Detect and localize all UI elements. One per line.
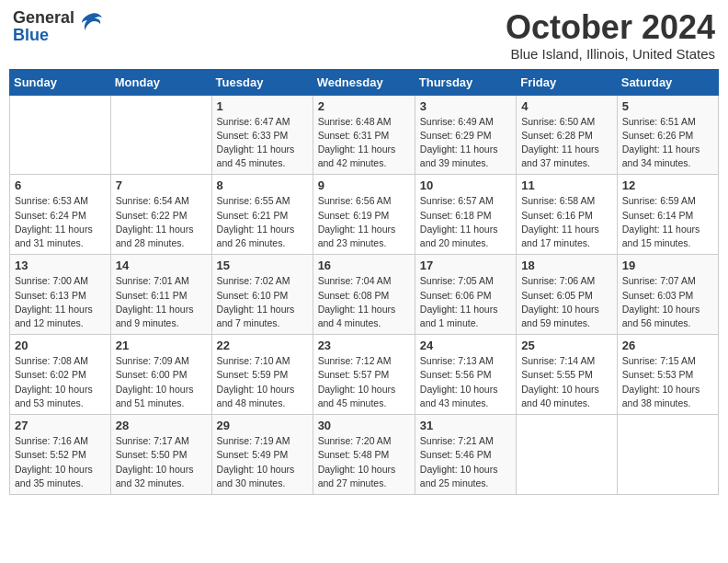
day-info: Sunrise: 6:53 AMSunset: 6:24 PMDaylight:… [15,194,106,250]
day-number: 3 [420,99,511,113]
logo-blue: Blue [13,26,49,44]
day-number: 12 [622,178,713,192]
calendar-cell: 3Sunrise: 6:49 AMSunset: 6:29 PMDaylight… [415,95,516,175]
calendar-cell: 19Sunrise: 7:07 AMSunset: 6:03 PMDayligh… [617,255,718,335]
calendar-cell: 13Sunrise: 7:00 AMSunset: 6:13 PMDayligh… [10,255,111,335]
day-info: Sunrise: 7:10 AMSunset: 5:59 PMDaylight:… [217,354,308,410]
calendar-cell: 11Sunrise: 6:58 AMSunset: 6:16 PMDayligh… [517,175,618,255]
day-info: Sunrise: 6:59 AMSunset: 6:14 PMDaylight:… [622,194,713,250]
logo-general: General [13,8,74,27]
day-number: 16 [318,259,410,272]
day-number: 17 [420,259,511,272]
calendar-cell: 16Sunrise: 7:04 AMSunset: 6:08 PMDayligh… [313,255,415,335]
calendar-cell: 18Sunrise: 7:06 AMSunset: 6:05 PMDayligh… [517,255,618,335]
calendar-cell: 27Sunrise: 7:16 AMSunset: 5:52 PMDayligh… [10,415,111,495]
day-info: Sunrise: 7:14 AMSunset: 5:55 PMDaylight:… [521,354,612,410]
day-info: Sunrise: 7:04 AMSunset: 6:08 PMDaylight:… [318,274,410,330]
day-number: 24 [420,339,511,352]
calendar-week-row: 20Sunrise: 7:08 AMSunset: 6:02 PMDayligh… [10,335,719,415]
day-info: Sunrise: 7:13 AMSunset: 5:56 PMDaylight:… [420,354,511,410]
day-info: Sunrise: 6:47 AMSunset: 6:33 PMDaylight:… [217,115,308,171]
day-number: 20 [15,339,106,352]
calendar-cell: 17Sunrise: 7:05 AMSunset: 6:06 PMDayligh… [415,255,516,335]
calendar-cell [110,95,211,175]
day-info: Sunrise: 6:54 AMSunset: 6:22 PMDaylight:… [116,194,207,250]
calendar-cell: 30Sunrise: 7:20 AMSunset: 5:48 PMDayligh… [313,415,415,495]
day-info: Sunrise: 7:08 AMSunset: 6:02 PMDaylight:… [15,354,106,410]
calendar-header-row: SundayMondayTuesdayWednesdayThursdayFrid… [10,69,719,95]
day-info: Sunrise: 7:07 AMSunset: 6:03 PMDaylight:… [622,274,713,330]
day-info: Sunrise: 7:21 AMSunset: 5:46 PMDaylight:… [420,434,511,490]
day-number: 30 [318,419,410,432]
day-number: 21 [116,339,207,352]
calendar-cell: 14Sunrise: 7:01 AMSunset: 6:11 PMDayligh… [110,255,211,335]
calendar-cell: 9Sunrise: 6:56 AMSunset: 6:19 PMDaylight… [313,175,415,255]
calendar-week-row: 6Sunrise: 6:53 AMSunset: 6:24 PMDaylight… [10,175,719,255]
day-header-sunday: Sunday [10,69,111,95]
calendar-week-row: 13Sunrise: 7:00 AMSunset: 6:13 PMDayligh… [10,255,719,335]
calendar-cell: 4Sunrise: 6:50 AMSunset: 6:28 PMDaylight… [517,95,618,175]
day-header-thursday: Thursday [415,69,516,95]
location: Blue Island, Illinois, United States [506,46,715,62]
day-number: 22 [217,339,308,352]
day-number: 8 [217,178,308,192]
day-number: 14 [116,259,207,272]
calendar-cell: 20Sunrise: 7:08 AMSunset: 6:02 PMDayligh… [10,335,111,415]
day-header-saturday: Saturday [617,69,718,95]
day-info: Sunrise: 6:55 AMSunset: 6:21 PMDaylight:… [217,194,308,250]
day-info: Sunrise: 7:02 AMSunset: 6:10 PMDaylight:… [217,274,308,330]
day-number: 6 [15,178,106,192]
month-title: October 2024 [506,9,715,46]
day-number: 29 [217,419,308,432]
day-number: 4 [521,99,612,113]
day-info: Sunrise: 6:58 AMSunset: 6:16 PMDaylight:… [521,194,612,250]
day-info: Sunrise: 7:17 AMSunset: 5:50 PMDaylight:… [116,434,207,490]
day-info: Sunrise: 6:50 AMSunset: 6:28 PMDaylight:… [521,115,612,171]
calendar-table: SundayMondayTuesdayWednesdayThursdayFrid… [9,69,719,495]
calendar-week-row: 27Sunrise: 7:16 AMSunset: 5:52 PMDayligh… [10,415,719,495]
day-info: Sunrise: 7:01 AMSunset: 6:11 PMDaylight:… [116,274,207,330]
day-info: Sunrise: 6:57 AMSunset: 6:18 PMDaylight:… [420,194,511,250]
day-number: 31 [420,419,511,432]
day-number: 19 [622,259,713,272]
day-number: 2 [318,99,410,113]
calendar-week-row: 1Sunrise: 6:47 AMSunset: 6:33 PMDaylight… [10,95,719,175]
calendar-cell: 12Sunrise: 6:59 AMSunset: 6:14 PMDayligh… [617,175,718,255]
calendar-cell: 23Sunrise: 7:12 AMSunset: 5:57 PMDayligh… [313,335,415,415]
logo: General Blue [13,9,104,44]
day-number: 1 [217,99,308,113]
day-number: 15 [217,259,308,272]
day-header-wednesday: Wednesday [313,69,415,95]
day-number: 11 [521,178,612,192]
calendar-cell: 10Sunrise: 6:57 AMSunset: 6:18 PMDayligh… [415,175,516,255]
day-info: Sunrise: 7:16 AMSunset: 5:52 PMDaylight:… [15,434,106,490]
calendar-cell: 5Sunrise: 6:51 AMSunset: 6:26 PMDaylight… [617,95,718,175]
day-number: 18 [521,259,612,272]
day-info: Sunrise: 6:51 AMSunset: 6:26 PMDaylight:… [622,115,713,171]
day-info: Sunrise: 7:09 AMSunset: 6:00 PMDaylight:… [116,354,207,410]
title-area: October 2024 Blue Island, Illinois, Unit… [506,9,715,62]
day-info: Sunrise: 7:05 AMSunset: 6:06 PMDaylight:… [420,274,511,330]
calendar-cell [517,415,618,495]
day-info: Sunrise: 7:12 AMSunset: 5:57 PMDaylight:… [318,354,410,410]
calendar-cell: 1Sunrise: 6:47 AMSunset: 6:33 PMDaylight… [211,95,313,175]
day-number: 10 [420,178,511,192]
logo-bird-icon [78,10,104,40]
calendar-cell: 6Sunrise: 6:53 AMSunset: 6:24 PMDaylight… [10,175,111,255]
day-info: Sunrise: 7:06 AMSunset: 6:05 PMDaylight:… [521,274,612,330]
calendar-cell: 31Sunrise: 7:21 AMSunset: 5:46 PMDayligh… [415,415,516,495]
day-number: 25 [521,339,612,352]
day-header-friday: Friday [517,69,618,95]
day-header-tuesday: Tuesday [211,69,313,95]
day-number: 28 [116,419,207,432]
day-info: Sunrise: 6:49 AMSunset: 6:29 PMDaylight:… [420,115,511,171]
day-number: 26 [622,339,713,352]
calendar-cell: 2Sunrise: 6:48 AMSunset: 6:31 PMDaylight… [313,95,415,175]
day-number: 9 [318,178,410,192]
calendar-cell: 21Sunrise: 7:09 AMSunset: 6:00 PMDayligh… [110,335,211,415]
day-info: Sunrise: 7:15 AMSunset: 5:53 PMDaylight:… [622,354,713,410]
day-info: Sunrise: 6:56 AMSunset: 6:19 PMDaylight:… [318,194,410,250]
day-number: 27 [15,419,106,432]
day-header-monday: Monday [110,69,211,95]
calendar-cell [617,415,718,495]
